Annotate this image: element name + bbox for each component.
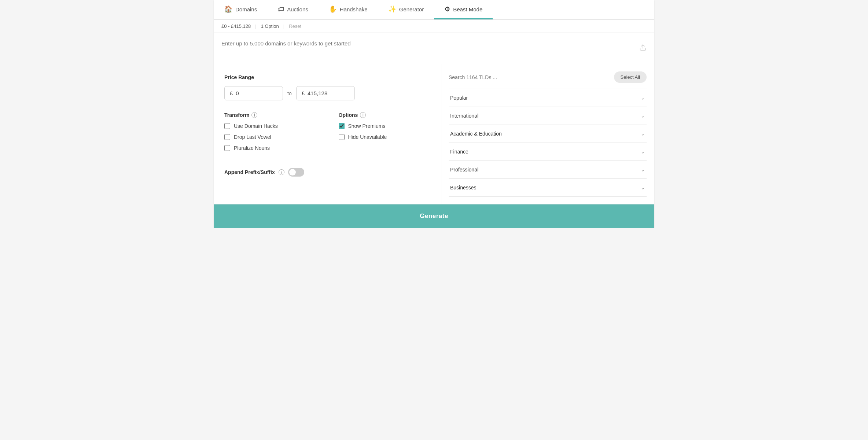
tld-category-international-header[interactable]: International ⌄ [449,107,647,125]
option-count-display: 1 Option [261,23,279,29]
price-range-display: £0 - £415,128 [221,23,251,29]
show-premiums-checkbox[interactable] [339,123,345,129]
transform-info-icon[interactable]: i [251,112,257,118]
transform-column: Transform i Use Domain Hacks Drop Last V… [224,112,317,156]
price-min-input[interactable] [236,90,272,96]
filter-bar: £0 - £415,128 | 1 Option | Reset [214,20,654,33]
drop-last-vowel-checkbox[interactable] [224,134,230,140]
options-header: Options i [339,112,431,118]
price-max-symbol: £ [302,90,305,96]
tab-generator[interactable]: ✨ Generator [378,0,434,19]
append-toggle[interactable] [288,168,304,177]
academic-chevron-icon: ⌄ [641,131,645,137]
tld-category-businesses-header[interactable]: Businesses ⌄ [449,179,647,196]
tld-category-popular: Popular ⌄ [449,89,647,107]
tab-auctions[interactable]: 🏷 Auctions [267,0,319,19]
price-range-label: Price Range [224,74,431,80]
upload-icon[interactable] [639,44,647,53]
price-min-symbol: £ [230,90,233,96]
professional-chevron-icon: ⌄ [641,167,645,173]
tld-category-professional-header[interactable]: Professional ⌄ [449,161,647,178]
transform-options-row: Transform i Use Domain Hacks Drop Last V… [224,112,431,156]
pluralize-nouns-label: Pluralize Nouns [234,145,270,151]
tld-category-businesses-label: Businesses [450,185,477,191]
tld-category-popular-label: Popular [450,95,468,101]
options-label: Options [339,112,358,118]
append-toggle-slider [288,168,304,177]
transform-header: Transform i [224,112,317,118]
popular-chevron-icon: ⌄ [641,95,645,101]
tab-beast-mode-label: Beast Mode [453,6,482,12]
hide-unavailable-item[interactable]: Hide Unavailable [339,134,431,140]
hide-unavailable-checkbox[interactable] [339,134,345,140]
options-info-icon[interactable]: i [360,112,366,118]
tab-handshake-label: Handshake [340,6,368,12]
tld-category-international-label: International [450,113,478,119]
price-max-box: £ [296,86,355,100]
tab-beast-mode[interactable]: ⚙ Beast Mode [434,0,493,19]
pluralize-nouns-item[interactable]: Pluralize Nouns [224,145,317,151]
show-premiums-label: Show Premiums [348,123,386,129]
generate-button[interactable]: Generate [214,204,654,228]
finance-chevron-icon: ⌄ [641,149,645,155]
tld-category-finance-label: Finance [450,149,468,155]
left-panel: Price Range £ to £ [214,64,441,204]
tab-handshake[interactable]: ✋ Handshake [319,0,378,19]
app-container: 🏠 Domains 🏷 Auctions ✋ Handshake ✨ Gener… [214,0,654,228]
beast-mode-icon: ⚙ [444,5,450,13]
price-range-section: Price Range £ to £ [224,74,431,100]
international-chevron-icon: ⌄ [641,113,645,119]
show-premiums-item[interactable]: Show Premiums [339,123,431,129]
tab-auctions-label: Auctions [287,6,308,12]
filter-separator: | [255,23,256,29]
use-domain-hacks-checkbox[interactable] [224,123,230,129]
tld-category-popular-header[interactable]: Popular ⌄ [449,89,647,107]
search-area [214,33,654,64]
use-domain-hacks-label: Use Domain Hacks [234,123,278,129]
append-prefix-suffix-row: Append Prefix/Suffix i [224,168,431,177]
tab-generator-label: Generator [399,6,424,12]
filter-separator-2: | [283,23,284,29]
tld-search-row: Select All [449,71,647,83]
append-label: Append Prefix/Suffix [224,169,275,175]
tld-category-international: International ⌄ [449,107,647,125]
tab-domains-label: Domains [235,6,257,12]
tld-category-academic: Academic & Education ⌄ [449,125,647,143]
select-all-button[interactable]: Select All [614,71,647,83]
generator-icon: ✨ [388,5,396,13]
tabs-bar: 🏠 Domains 🏷 Auctions ✋ Handshake ✨ Gener… [214,0,654,20]
pluralize-nouns-checkbox[interactable] [224,145,230,151]
reset-button[interactable]: Reset [289,23,301,29]
drop-last-vowel-item[interactable]: Drop Last Vowel [224,134,317,140]
tld-category-academic-header[interactable]: Academic & Education ⌄ [449,125,647,143]
append-info-icon[interactable]: i [279,169,284,175]
tld-categories-list: Popular ⌄ International ⌄ Academic & Edu… [449,89,647,197]
price-max-input[interactable] [308,90,344,96]
tld-category-professional-label: Professional [450,167,478,173]
tld-category-professional: Professional ⌄ [449,161,647,179]
price-to-label: to [287,90,292,96]
tld-search-input[interactable] [449,73,610,82]
transform-label: Transform [224,112,249,118]
options-column: Options i Show Premiums Hide Unavailable [339,112,431,156]
businesses-chevron-icon: ⌄ [641,185,645,191]
handshake-icon: ✋ [329,5,337,13]
tld-category-businesses: Businesses ⌄ [449,179,647,197]
right-panel: Select All Popular ⌄ International ⌄ [441,64,654,204]
hide-unavailable-label: Hide Unavailable [348,134,387,140]
drop-last-vowel-label: Drop Last Vowel [234,134,271,140]
tld-category-academic-label: Academic & Education [450,131,502,137]
price-inputs-row: £ to £ [224,86,431,100]
tld-category-finance: Finance ⌄ [449,143,647,161]
keyword-search-input[interactable] [221,40,647,55]
domains-icon: 🏠 [224,5,232,13]
price-min-box: £ [224,86,283,100]
tld-category-finance-header[interactable]: Finance ⌄ [449,143,647,160]
use-domain-hacks-item[interactable]: Use Domain Hacks [224,123,317,129]
main-content: Price Range £ to £ [214,64,654,204]
auctions-icon: 🏷 [277,5,284,13]
tab-domains[interactable]: 🏠 Domains [214,0,267,19]
